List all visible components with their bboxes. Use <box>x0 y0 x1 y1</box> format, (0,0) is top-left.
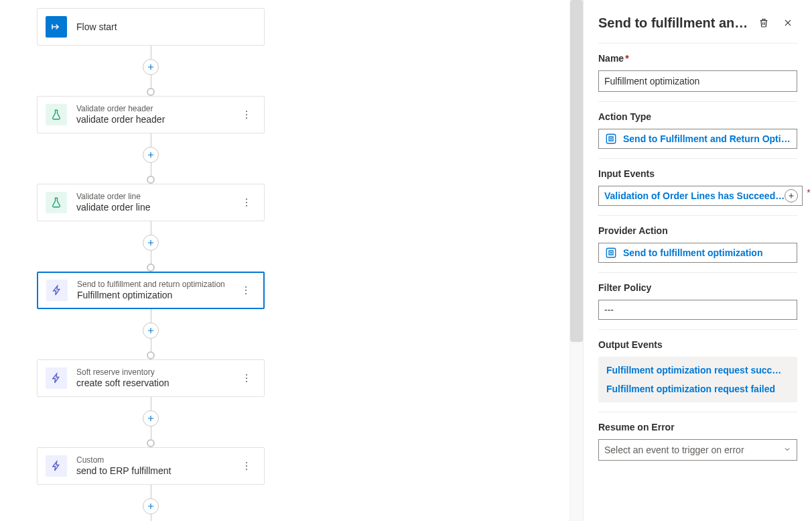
resume-on-error-select[interactable]: Select an event to trigger on error <box>598 439 797 461</box>
properties-panel: Send to fulfillment an… Name* Action Typ… <box>583 0 812 521</box>
action-type-value: Send to Fulfillment and Return Optimiza… <box>623 133 793 144</box>
node-title: validate order header <box>76 113 237 125</box>
flow-node[interactable]: Customsend to ERP fulfillment <box>37 447 265 485</box>
section-filter-policy: Filter Policy --- <box>598 272 797 329</box>
app-root: Flow start Validate order headervalidate… <box>0 0 812 521</box>
section-resume-on-error: Resume on Error Select an event to trigg… <box>598 412 797 470</box>
panel-title: Send to fulfillment an… <box>598 15 749 31</box>
connector <box>143 485 159 521</box>
add-step-button[interactable] <box>143 498 159 514</box>
node-eyebrow: Validate order header <box>76 104 237 113</box>
node-more-button[interactable] <box>237 457 256 475</box>
connector <box>37 46 265 96</box>
action-type-label: Action Type <box>598 111 797 122</box>
connector <box>37 221 265 272</box>
provider-action-picker[interactable]: Send to fulfillment optimization <box>598 243 797 263</box>
connector <box>37 309 265 359</box>
node-eyebrow: Custom <box>76 455 237 465</box>
more-vertical-icon <box>246 111 247 119</box>
output-event-item[interactable]: Fulfillment optimization request failed <box>605 380 791 398</box>
more-vertical-icon <box>246 198 247 207</box>
more-vertical-icon <box>245 286 247 294</box>
node-more-button[interactable] <box>237 105 256 124</box>
filter-policy-label: Filter Policy <box>598 282 797 293</box>
flow-column: Flow start Validate order headervalidate… <box>0 8 301 521</box>
close-panel-button[interactable] <box>779 13 797 32</box>
add-step-button[interactable] <box>143 59 159 75</box>
flow-node[interactable]: Send to fulfillment and return optimizat… <box>37 272 265 309</box>
section-action-type: Action Type Send to Fulfillment and Retu… <box>598 101 797 158</box>
panel-header: Send to fulfillment an… <box>598 0 797 43</box>
canvas-scrollbar[interactable] <box>569 0 583 521</box>
connector <box>37 397 265 447</box>
provider-action-value: Send to fulfillment optimization <box>623 247 793 258</box>
node-title: send to ERP fulfillment <box>76 465 237 477</box>
output-event-item[interactable]: Fulfillment optimization request succ… <box>605 361 791 380</box>
plus-icon <box>787 192 795 200</box>
chevron-down-icon <box>783 445 791 455</box>
flow-canvas[interactable]: Flow start Validate order headervalidate… <box>0 0 569 521</box>
bolt-icon <box>46 367 67 389</box>
input-events-label: Input Events <box>598 168 797 179</box>
add-input-event-button[interactable] <box>785 189 798 202</box>
connector-port <box>147 88 155 96</box>
section-output-events: Output Events Fulfillment optimization r… <box>598 329 797 412</box>
add-step-button[interactable] <box>143 235 159 251</box>
flask-icon <box>46 104 67 125</box>
trash-icon <box>758 17 769 28</box>
node-title: validate order line <box>76 201 237 213</box>
node-eyebrow: Soft reserve inventory <box>76 367 237 377</box>
node-title: create soft reservation <box>76 377 237 389</box>
connector-port <box>147 264 155 272</box>
flow-start-label: Flow start <box>76 21 256 33</box>
more-vertical-icon <box>246 462 247 470</box>
connector-port <box>147 351 155 359</box>
close-icon <box>783 18 793 27</box>
flow-node[interactable]: Validate order linevalidate order line <box>37 184 265 221</box>
section-input-events: Input Events Validation of Order Lines h… <box>598 158 797 215</box>
add-step-button[interactable] <box>143 323 159 339</box>
node-eyebrow: Send to fulfillment and return optimizat… <box>77 280 236 289</box>
name-label: Name* <box>598 53 797 64</box>
input-events-value: Validation of Order Lines has Succeed… <box>604 190 785 201</box>
section-provider-action: Provider Action Send to fulfillment opti… <box>598 215 797 272</box>
node-eyebrow: Validate order line <box>76 192 237 201</box>
node-more-button[interactable] <box>236 281 255 300</box>
action-type-picker[interactable]: Send to Fulfillment and Return Optimiza… <box>598 129 797 149</box>
connector-port <box>147 439 155 447</box>
provider-action-label: Provider Action <box>598 225 797 236</box>
output-events-list: Fulfillment optimization request succ… F… <box>598 357 797 402</box>
provider-action-icon <box>604 246 618 259</box>
flow-start-node[interactable]: Flow start <box>37 8 265 46</box>
flask-icon <box>46 192 67 213</box>
node-more-button[interactable] <box>237 369 256 388</box>
resume-on-error-label: Resume on Error <box>598 422 797 432</box>
connector-port <box>147 176 155 184</box>
bolt-icon <box>46 455 67 477</box>
node-title: Fulfillment optimization <box>77 289 236 301</box>
flow-node[interactable]: Soft reserve inventorycreate soft reserv… <box>37 359 265 397</box>
node-more-button[interactable] <box>237 193 256 212</box>
input-events-picker[interactable]: Validation of Order Lines has Succeed… <box>598 186 803 206</box>
output-events-label: Output Events <box>598 339 797 350</box>
flow-node[interactable]: Validate order headervalidate order head… <box>37 96 265 133</box>
bolt-icon <box>46 280 68 301</box>
input-events-required-marker: * <box>807 186 810 198</box>
delete-button[interactable] <box>754 13 773 32</box>
more-vertical-icon <box>246 374 247 382</box>
filter-policy-value[interactable]: --- <box>598 300 797 320</box>
name-input[interactable] <box>598 70 797 92</box>
add-step-button[interactable] <box>143 147 159 163</box>
connector <box>37 133 265 184</box>
action-type-icon <box>604 132 618 146</box>
resume-on-error-placeholder: Select an event to trigger on error <box>604 445 744 455</box>
add-step-button[interactable] <box>143 410 159 426</box>
section-name: Name* <box>598 43 797 101</box>
flow-start-icon <box>46 16 67 38</box>
